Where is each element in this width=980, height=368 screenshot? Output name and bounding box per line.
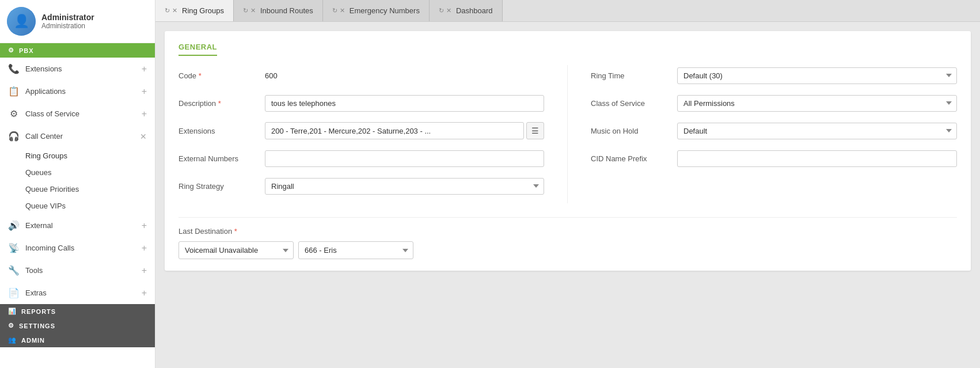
tab-ring-groups[interactable]: ↻ ✕ Ring Groups [155, 0, 234, 21]
code-value: 600 [265, 71, 278, 80]
form-grid: Code * 600 Description * [178, 65, 957, 203]
ring-time-row: Ring Time Default (30) 10 15 20 25 30 45… [591, 65, 957, 86]
tab-emergency-numbers[interactable]: ↻ ✕ Emergency Numbers [323, 0, 430, 21]
last-destination-target-select[interactable]: 666 - Eris 667 - Mars [298, 241, 413, 259]
last-destination-type-select[interactable]: Voicemail Unavailable Voicemail Busy Voi… [178, 241, 294, 259]
cid-prefix-input[interactable] [677, 150, 957, 167]
reports-section-label[interactable]: 📊 REPORTS [0, 304, 155, 318]
sidebar-subitem-queue-vips[interactable]: Queue VIPs [0, 198, 155, 214]
form-left: Code * 600 Description * [178, 65, 568, 203]
sidebar-item-external[interactable]: 🔊 External + [0, 214, 155, 237]
extensions-list-button[interactable]: ☰ [526, 122, 544, 139]
user-role: Administration [41, 22, 94, 30]
tab-close-icon-2[interactable]: ✕ [250, 7, 256, 14]
extensions-plus-icon[interactable]: + [142, 64, 147, 74]
extensions-row: Extensions ☰ [178, 120, 544, 141]
cos-label: Class of Service [591, 99, 677, 108]
gear-icon: ⚙ [8, 47, 14, 54]
sidebar-item-class-of-service[interactable]: ⚙ Class of Service + [0, 103, 155, 125]
user-info: Administrator Administration [41, 13, 94, 30]
headset-icon: 🎧 [8, 131, 20, 142]
tools-plus-icon[interactable]: + [142, 265, 147, 276]
ring-strategy-label: Ring Strategy [178, 182, 265, 191]
description-label: Description * [178, 99, 265, 108]
last-destination-inputs: Voicemail Unavailable Voicemail Busy Voi… [178, 241, 957, 259]
description-row: Description * [178, 93, 544, 113]
incoming-plus-icon[interactable]: + [142, 243, 147, 253]
tab-refresh-icon-2[interactable]: ↻ [243, 7, 248, 14]
sidebar-subitem-ring-groups[interactable]: Ring Groups [0, 147, 155, 164]
ring-time-label: Ring Time [591, 71, 677, 80]
external-numbers-label: External Numbers [178, 154, 265, 163]
tab-refresh-icon-4[interactable]: ↻ [439, 7, 444, 14]
cos-select[interactable]: All Permissions None [677, 95, 957, 112]
sidebar-item-extensions[interactable]: 📞 Extensions + [0, 58, 155, 80]
sidebar-item-incoming-calls[interactable]: 📡 Incoming Calls + [0, 237, 155, 259]
incoming-calls-icon: 📡 [8, 242, 20, 253]
music-on-hold-label: Music on Hold [591, 127, 677, 135]
sidebar-header: 👤 Administrator Administration [0, 0, 155, 43]
avatar: 👤 [7, 7, 36, 36]
description-input[interactable] [265, 95, 544, 112]
sidebar-subitem-queues[interactable]: Queues [0, 164, 155, 181]
music-on-hold-row: Music on Hold Default None [591, 120, 957, 141]
tabs-bar: ↻ ✕ Ring Groups ↻ ✕ Inbound Routes ↻ ✕ E… [155, 0, 980, 22]
applications-icon: 📋 [8, 86, 20, 97]
extras-icon: 📄 [8, 287, 20, 298]
external-plus-icon[interactable]: + [142, 221, 147, 231]
tab-refresh-icon-3[interactable]: ↻ [332, 7, 337, 14]
content-area: GENERAL Code * 600 Descr [155, 22, 980, 368]
section-title: GENERAL [178, 43, 217, 56]
sidebar-subitem-queue-priorities[interactable]: Queue Priorities [0, 181, 155, 198]
last-destination-section: Last Destination * Voicemail Unavailable… [178, 217, 957, 259]
tab-inbound-routes[interactable]: ↻ ✕ Inbound Routes [234, 0, 323, 21]
sidebar-item-applications[interactable]: 📋 Applications + [0, 80, 155, 103]
tools-icon: 🔧 [8, 265, 20, 276]
tab-close-icon-4[interactable]: ✕ [446, 7, 451, 14]
cid-prefix-row: CID Name Prefix [591, 148, 957, 169]
tab-close-icon-3[interactable]: ✕ [340, 7, 345, 14]
external-icon: 🔊 [8, 220, 20, 231]
reports-icon: 📊 [8, 308, 17, 315]
code-row: Code * 600 [178, 65, 544, 86]
extensions-label: Extensions [178, 127, 265, 135]
cos-row: Class of Service All Permissions None [591, 93, 957, 113]
settings-section-label[interactable]: ⚙ SETTINGS [0, 318, 155, 333]
sidebar-item-tools[interactable]: 🔧 Tools + [0, 259, 155, 282]
last-destination-title: Last Destination * [178, 227, 957, 236]
external-numbers-row: External Numbers [178, 148, 544, 169]
admin-section-label[interactable]: 👥 ADMIN [0, 333, 155, 347]
ring-strategy-select[interactable]: Ringall Roundrobin Least Recent Fewest C… [265, 178, 544, 195]
sidebar-item-extras[interactable]: 📄 Extras + [0, 282, 155, 304]
tab-close-icon[interactable]: ✕ [172, 7, 177, 14]
settings-icon: ⚙ [8, 322, 14, 329]
sidebar-item-call-center[interactable]: 🎧 Call Center ✕ [0, 125, 155, 147]
call-center-x-icon[interactable]: ✕ [140, 132, 147, 141]
sidebar: 👤 Administrator Administration ⚙ PBX 📞 E… [0, 0, 155, 368]
username: Administrator [41, 13, 94, 22]
cos-plus-icon[interactable]: + [142, 109, 147, 119]
tab-dashboard[interactable]: ↻ ✕ Dashboard [430, 0, 503, 21]
cos-icon: ⚙ [8, 108, 20, 119]
pbx-section-label: ⚙ PBX [0, 43, 155, 58]
applications-plus-icon[interactable]: + [142, 86, 147, 97]
form-right: Ring Time Default (30) 10 15 20 25 30 45… [568, 65, 957, 203]
ring-strategy-row: Ring Strategy Ringall Roundrobin Least R… [178, 176, 544, 196]
admin-icon: 👥 [8, 336, 17, 344]
code-label: Code * [178, 71, 265, 80]
tab-refresh-icon[interactable]: ↻ [165, 7, 170, 14]
extras-plus-icon[interactable]: + [142, 288, 147, 298]
cid-prefix-label: CID Name Prefix [591, 154, 677, 163]
music-on-hold-select[interactable]: Default None [677, 123, 957, 139]
pbx-nav: 📞 Extensions + 📋 Applications + ⚙ Class … [0, 58, 155, 304]
extensions-input[interactable] [265, 122, 524, 139]
main-content: ↻ ✕ Ring Groups ↻ ✕ Inbound Routes ↻ ✕ E… [155, 0, 980, 368]
extensions-input-group: ☰ [265, 122, 544, 139]
external-numbers-input[interactable] [265, 150, 544, 167]
content-card: GENERAL Code * 600 Descr [165, 31, 971, 271]
phone-icon: 📞 [8, 63, 20, 74]
ring-time-select[interactable]: Default (30) 10 15 20 25 30 45 60 [677, 67, 957, 84]
